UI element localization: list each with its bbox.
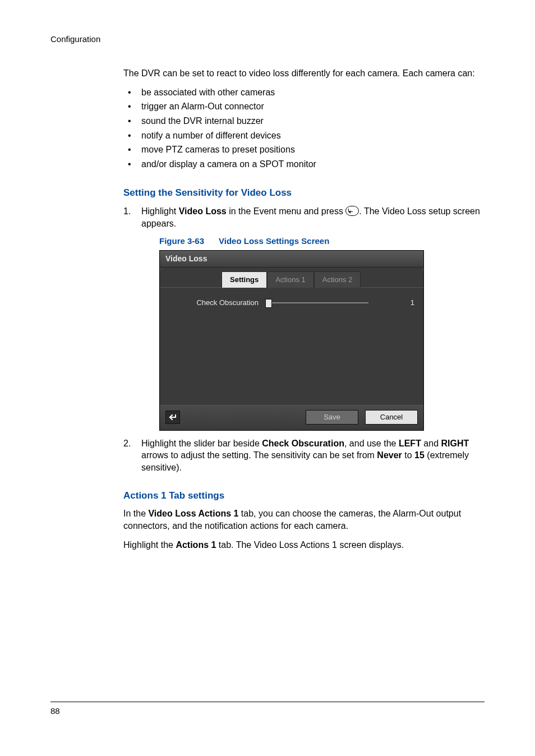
page-number: 88	[50, 706, 60, 716]
step1-bold: Video Loss	[179, 206, 227, 216]
figure-caption: Figure 3-63Video Loss Settings Screen	[159, 236, 485, 247]
step1-text-pre: Highlight	[141, 206, 179, 216]
video-loss-dialog: Video Loss Settings Actions 1 Actions 2 …	[159, 250, 424, 431]
figure-title: Video Loss Settings Screen	[219, 236, 329, 246]
step2-mid3: arrows to adjust the setting. The sensit…	[141, 450, 377, 460]
list-item: notify a number of different devices	[123, 130, 485, 142]
actions1-para1: In the Video Loss Actions 1 tab, you can…	[123, 508, 485, 532]
step2-mid2: and	[421, 439, 441, 448]
list-item: trigger an Alarm-Out connector	[123, 100, 485, 113]
running-head: Configuration	[50, 34, 485, 45]
a1p2-pre: Highlight the	[123, 540, 176, 550]
step2-b4: Never	[377, 450, 402, 460]
enter-icon	[345, 206, 359, 216]
obscuration-slider[interactable]	[265, 298, 368, 307]
back-button[interactable]	[165, 411, 180, 424]
tab-actions2[interactable]: Actions 2	[314, 271, 361, 288]
a1p1-bold: Video Loss Actions 1	[148, 509, 238, 518]
dialog-footer: Save Cancel	[160, 405, 423, 430]
section-heading-sensitivity: Setting the Sensitivity for Video Loss	[123, 187, 485, 200]
actions1-para2: Highlight the Actions 1 tab. The Video L…	[123, 539, 485, 551]
dialog-body: Check Obscuration 1	[160, 287, 423, 405]
slider-track	[265, 302, 368, 303]
step-2: Highlight the slider bar beside Check Ob…	[123, 437, 485, 474]
page-footer: 88	[50, 702, 485, 717]
step2-mid4: to	[402, 450, 414, 460]
dialog-tabs: Settings Actions 1 Actions 2	[160, 271, 423, 288]
list-item: move PTZ cameras to preset positions	[123, 144, 485, 156]
list-item: be associated with other cameras	[123, 86, 485, 99]
list-item: sound the DVR internal buzzer	[123, 115, 485, 127]
a1p2-post: tab. The Video Loss Actions 1 screen dis…	[216, 540, 404, 550]
list-item: and/or display a camera on a SPOT monito…	[123, 158, 485, 170]
step2-b5: 15	[414, 450, 425, 460]
slider-value: 1	[375, 298, 414, 308]
a1p1-pre: In the	[123, 509, 148, 518]
slider-thumb[interactable]	[265, 299, 272, 308]
back-arrow-icon	[169, 414, 177, 421]
tab-settings[interactable]: Settings	[222, 271, 267, 288]
step2-pre: Highlight the slider bar beside	[141, 439, 262, 448]
save-button[interactable]: Save	[306, 410, 358, 425]
step2-b1: Check Obscuration	[262, 439, 344, 448]
step2-b3: RIGHT	[441, 439, 469, 448]
capability-list: be associated with other cameras trigger…	[123, 86, 485, 170]
section-heading-actions1: Actions 1 Tab settings	[123, 490, 485, 503]
tab-actions1[interactable]: Actions 1	[267, 271, 313, 288]
dialog-title: Video Loss	[160, 251, 423, 268]
step2-mid1: , and use the	[344, 439, 399, 448]
intro-paragraph: The DVR can be set to react to video los…	[123, 67, 485, 80]
check-obscuration-label: Check Obscuration	[169, 298, 259, 308]
a1p2-bold: Actions 1	[176, 540, 216, 550]
cancel-button[interactable]: Cancel	[365, 410, 418, 425]
figure-number: Figure 3-63	[159, 236, 204, 246]
step1-text-mid: in the Event menu and press	[227, 206, 346, 216]
step-1: Highlight Video Loss in the Event menu a…	[123, 205, 485, 430]
step2-b2: LEFT	[399, 439, 421, 448]
